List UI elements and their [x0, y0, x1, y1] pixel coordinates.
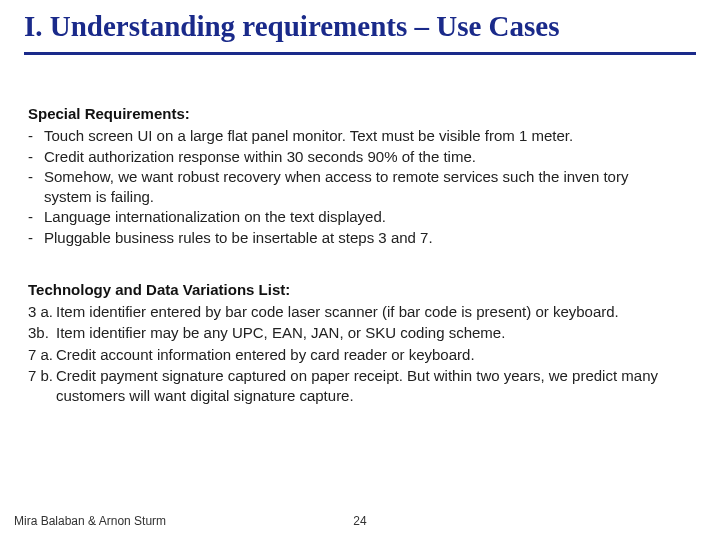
item-number: 7 b.: [28, 366, 56, 407]
list-item: - Touch screen UI on a large flat panel …: [28, 126, 680, 146]
slide: I. Understanding requirements – Use Case…: [0, 0, 720, 540]
list-item-text: Item identifier may be any UPC, EAN, JAN…: [56, 323, 680, 343]
item-number: 7 a.: [28, 345, 56, 365]
list-item-text: Touch screen UI on a large flat panel mo…: [44, 126, 680, 146]
list-item: - Pluggable business rules to be inserta…: [28, 228, 680, 248]
list-item-text: Pluggable business rules to be insertabl…: [44, 228, 680, 248]
bullet-dash: -: [28, 126, 44, 146]
list-item: 3b. Item identifier may be any UPC, EAN,…: [28, 323, 680, 343]
section-heading-tech: Technology and Data Variations List:: [28, 280, 680, 300]
list-item: 3 a. Item identifier entered by bar code…: [28, 302, 680, 322]
list-item-text: Item identifier entered by bar code lase…: [56, 302, 680, 322]
list-item-text: Somehow, we want robust recovery when ac…: [44, 167, 680, 208]
bullet-dash: -: [28, 228, 44, 248]
list-item-text: Credit account information entered by ca…: [56, 345, 680, 365]
list-item-text: Credit payment signature captured on pap…: [56, 366, 680, 407]
list-item: 7 b. Credit payment signature captured o…: [28, 366, 680, 407]
item-number: 3b.: [28, 323, 56, 343]
item-number: 3 a.: [28, 302, 56, 322]
list-item: 7 a. Credit account information entered …: [28, 345, 680, 365]
bullet-dash: -: [28, 207, 44, 227]
slide-title: I. Understanding requirements – Use Case…: [24, 10, 696, 43]
spacer: [28, 248, 680, 266]
list-item-text: Credit authorization response within 30 …: [44, 147, 680, 167]
slide-body: Special Requirements: - Touch screen UI …: [28, 90, 680, 407]
bullet-dash: -: [28, 167, 44, 208]
section-heading-special: Special Requirements:: [28, 104, 680, 124]
title-underline: [24, 52, 696, 55]
list-item: - Credit authorization response within 3…: [28, 147, 680, 167]
footer-page-number: 24: [0, 514, 720, 528]
list-item: - Somehow, we want robust recovery when …: [28, 167, 680, 208]
list-item-text: Language internationalization on the tex…: [44, 207, 680, 227]
list-item: - Language internationalization on the t…: [28, 207, 680, 227]
bullet-dash: -: [28, 147, 44, 167]
